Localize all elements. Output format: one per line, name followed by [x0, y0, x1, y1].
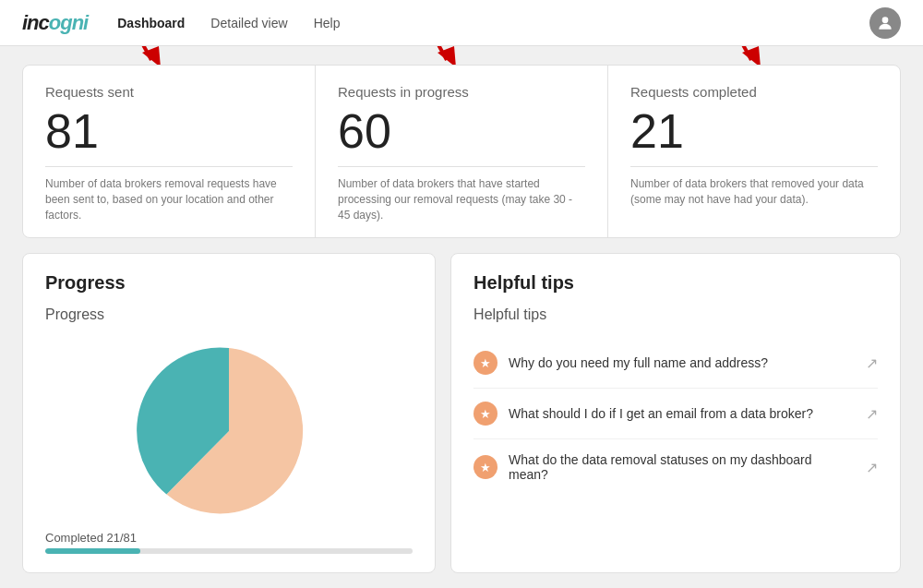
progress-card: Progress Progress — [22, 253, 436, 573]
pie-container — [45, 338, 413, 523]
progress-bar-label: Completed 21/81 — [45, 531, 413, 545]
stat-card-completed: Requests completed 21 Number of data bro… — [608, 66, 900, 237]
tip-link-icon-2: ↗ — [866, 459, 878, 476]
svg-line-1 — [124, 46, 151, 60]
tip-item-2[interactable]: ★ What do the data removal statuses on m… — [473, 439, 878, 495]
tip-link-icon-1: ↗ — [866, 405, 878, 423]
stats-row: Requests sent 81 Number of data brokers … — [22, 65, 901, 238]
nav-links: Dashboard Detailed view Help — [117, 16, 840, 30]
tip-item-0[interactable]: ★ Why do you need my full name and addre… — [473, 338, 878, 389]
tip-text-0: Why do you need my full name and address… — [509, 355, 855, 370]
svg-line-7 — [724, 46, 751, 60]
progress-bar-fill — [45, 548, 140, 554]
logo-part2: ogni — [49, 11, 88, 34]
stat-desc-sent: Number of data brokers removal requests … — [45, 176, 293, 222]
logo-part1: inc — [22, 11, 49, 34]
tip-text-1: What should I do if I get an email from … — [509, 406, 855, 421]
progress-section-title: Progress — [45, 272, 413, 294]
progress-bar-track — [45, 548, 413, 554]
tip-item-1[interactable]: ★ What should I do if I get an email fro… — [473, 389, 878, 439]
stat-divider-progress — [338, 166, 585, 167]
stat-number-progress: 60 — [338, 107, 585, 155]
tip-link-icon-0: ↗ — [866, 354, 878, 372]
tip-icon-1: ★ — [473, 402, 497, 426]
progress-bar-section: Completed 21/81 — [45, 531, 413, 554]
stat-divider-sent — [45, 166, 293, 167]
nav-help[interactable]: Help — [314, 16, 341, 30]
svg-point-0 — [882, 17, 889, 23]
avatar[interactable] — [869, 7, 901, 39]
stat-number-completed: 21 — [630, 107, 878, 155]
tips-section-title: Helpful tips — [473, 272, 878, 294]
stat-number-sent: 81 — [45, 107, 293, 155]
stats-wrapper: Requests sent 81 Number of data brokers … — [22, 65, 901, 238]
tips-card-title: Helpful tips — [473, 306, 878, 323]
stat-label-completed: Requests completed — [630, 84, 878, 100]
stat-label-progress: Requests in progress — [338, 84, 585, 100]
main-container: incogni Dashboard Detailed view Help — [0, 0, 923, 588]
nav-dashboard[interactable]: Dashboard — [117, 16, 185, 30]
stat-desc-progress: Number of data brokers that have started… — [338, 176, 585, 222]
tip-text-2: What do the data removal statuses on my … — [509, 452, 855, 482]
progress-card-title: Progress — [45, 306, 413, 323]
stat-card-progress: Requests in progress 60 Number of data b… — [316, 66, 608, 237]
logo: incogni — [22, 11, 88, 35]
stat-divider-completed — [630, 166, 878, 167]
nav-detailed-view[interactable]: Detailed view — [210, 16, 287, 30]
tip-icon-2: ★ — [473, 455, 497, 479]
pie-chart — [137, 339, 321, 523]
navbar: incogni Dashboard Detailed view Help — [0, 0, 923, 46]
bottom-row: Progress Progress — [22, 253, 901, 573]
svg-line-4 — [419, 46, 447, 60]
stat-label-sent: Requests sent — [45, 84, 293, 100]
tip-icon-0: ★ — [473, 351, 497, 375]
tips-card: Helpful tips Helpful tips ★ Why do you n… — [450, 253, 901, 573]
stat-card-sent: Requests sent 81 Number of data brokers … — [23, 66, 316, 237]
stat-desc-completed: Number of data brokers that removed your… — [630, 176, 878, 208]
content-area: Requests sent 81 Number of data brokers … — [0, 46, 923, 588]
